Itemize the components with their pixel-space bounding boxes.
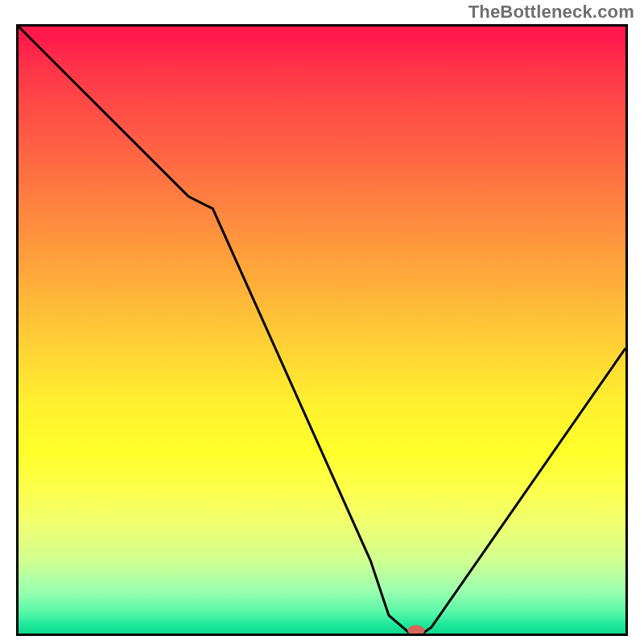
chart-overlay-svg: [19, 27, 625, 634]
optimum-marker: [407, 625, 424, 634]
bottleneck-curve: [19, 27, 625, 634]
chart-stage: TheBottleneck.com: [0, 0, 644, 644]
watermark-text: TheBottleneck.com: [469, 2, 634, 23]
chart-plot-area: [16, 24, 628, 636]
